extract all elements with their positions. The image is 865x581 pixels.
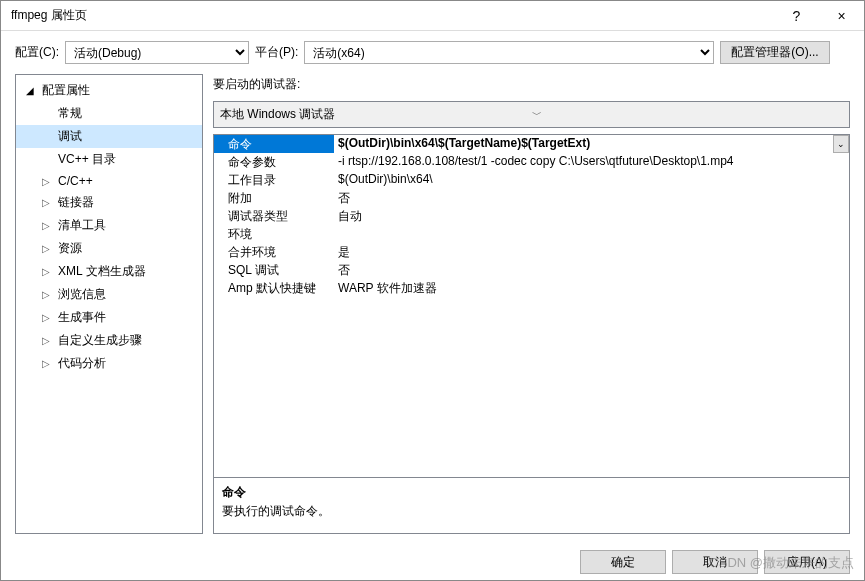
property-row[interactable]: 命令参数-i rtsp://192.168.0.108/test/1 -code…	[214, 153, 849, 171]
tree-item-label: VC++ 目录	[56, 150, 202, 169]
tree-item[interactable]: ▷资源	[16, 237, 202, 260]
caret-right-icon: ▷	[42, 266, 52, 277]
tree-item-label: 资源	[56, 239, 202, 258]
debugger-value: 本地 Windows 调试器	[220, 106, 532, 123]
debugger-label: 要启动的调试器:	[213, 74, 850, 95]
toolbar: 配置(C): 活动(Debug) 平台(P): 活动(x64) 配置管理器(O)…	[1, 31, 864, 74]
property-name: 合并环境	[214, 243, 334, 261]
property-grid: 命令$(OutDir)\bin\x64\$(TargetName)$(Targe…	[213, 134, 850, 534]
tree-item-label: 代码分析	[56, 354, 202, 373]
tree-item[interactable]: ▷浏览信息	[16, 283, 202, 306]
tree-item[interactable]: VC++ 目录	[16, 148, 202, 171]
property-row[interactable]: 合并环境是	[214, 243, 849, 261]
cancel-button[interactable]: 取消	[672, 550, 758, 574]
property-name: Amp 默认快捷键	[214, 279, 334, 297]
property-value[interactable]: $(OutDir)\bin\x64\	[334, 171, 849, 189]
property-value[interactable]: WARP 软件加速器	[334, 279, 849, 297]
tree-item-label: 生成事件	[56, 308, 202, 327]
tree-item[interactable]: ▷生成事件	[16, 306, 202, 329]
property-row[interactable]: SQL 调试否	[214, 261, 849, 279]
apply-button[interactable]: 应用(A)	[764, 550, 850, 574]
property-row[interactable]: 环境	[214, 225, 849, 243]
dropdown-icon[interactable]: ⌄	[833, 135, 849, 153]
property-value[interactable]: $(OutDir)\bin\x64\$(TargetName)$(TargetE…	[334, 135, 833, 153]
ok-button[interactable]: 确定	[580, 550, 666, 574]
titlebar: ffmpeg 属性页 ? ×	[1, 1, 864, 31]
platform-label: 平台(P):	[255, 44, 298, 61]
property-rows[interactable]: 命令$(OutDir)\bin\x64\$(TargetName)$(Targe…	[214, 135, 849, 477]
property-row[interactable]: 工作目录$(OutDir)\bin\x64\	[214, 171, 849, 189]
caret-down-icon: ◢	[26, 85, 36, 96]
property-value[interactable]	[334, 225, 849, 243]
property-value[interactable]: 自动	[334, 207, 849, 225]
property-name: 调试器类型	[214, 207, 334, 225]
property-value[interactable]: 否	[334, 261, 849, 279]
tree-item-label: 常规	[56, 104, 202, 123]
caret-right-icon: ▷	[42, 176, 52, 187]
tree-item-label: XML 文档生成器	[56, 262, 202, 281]
footer: 确定 取消 应用(A) CSDN @撒动未来的支点	[1, 542, 864, 581]
property-name: 命令参数	[214, 153, 334, 171]
config-label: 配置(C):	[15, 44, 59, 61]
property-value[interactable]: -i rtsp://192.168.0.108/test/1 -codec co…	[334, 153, 849, 171]
property-name: 工作目录	[214, 171, 334, 189]
property-row[interactable]: 命令$(OutDir)\bin\x64\$(TargetName)$(Targe…	[214, 135, 849, 153]
property-name: 命令	[214, 135, 334, 153]
property-value[interactable]: 是	[334, 243, 849, 261]
property-name: 环境	[214, 225, 334, 243]
caret-right-icon: ▷	[42, 358, 52, 369]
caret-right-icon: ▷	[42, 335, 52, 346]
tree-item[interactable]: 调试	[16, 125, 202, 148]
property-name: 附加	[214, 189, 334, 207]
tree-item[interactable]: ▷XML 文档生成器	[16, 260, 202, 283]
caret-right-icon: ▷	[42, 312, 52, 323]
tree-item-label: C/C++	[56, 173, 202, 189]
tree-item[interactable]: ▷链接器	[16, 191, 202, 214]
property-row[interactable]: 附加否	[214, 189, 849, 207]
platform-select[interactable]: 活动(x64)	[304, 41, 714, 64]
tree-item-label: 清单工具	[56, 216, 202, 235]
tree-item[interactable]: 常规	[16, 102, 202, 125]
description-title: 命令	[222, 484, 841, 501]
tree-item-label: 链接器	[56, 193, 202, 212]
debugger-select[interactable]: 本地 Windows 调试器 ﹀	[213, 101, 850, 128]
close-button[interactable]: ×	[819, 1, 864, 30]
tree-item[interactable]: ▷代码分析	[16, 352, 202, 375]
tree-item[interactable]: ▷C/C++	[16, 171, 202, 191]
caret-right-icon: ▷	[42, 197, 52, 208]
chevron-down-icon: ﹀	[532, 108, 844, 122]
description-text: 要执行的调试命令。	[222, 503, 841, 520]
tree-root[interactable]: ◢ 配置属性	[16, 79, 202, 102]
tree-item-label: 调试	[56, 127, 202, 146]
nav-tree[interactable]: ◢ 配置属性 常规调试VC++ 目录▷C/C++▷链接器▷清单工具▷资源▷XML…	[15, 74, 203, 534]
tree-item[interactable]: ▷自定义生成步骤	[16, 329, 202, 352]
help-button[interactable]: ?	[774, 1, 819, 30]
tree-item[interactable]: ▷清单工具	[16, 214, 202, 237]
property-row[interactable]: 调试器类型自动	[214, 207, 849, 225]
tree-item-label: 浏览信息	[56, 285, 202, 304]
config-manager-button[interactable]: 配置管理器(O)...	[720, 41, 829, 64]
tree-item-label: 自定义生成步骤	[56, 331, 202, 350]
property-row[interactable]: Amp 默认快捷键WARP 软件加速器	[214, 279, 849, 297]
config-select[interactable]: 活动(Debug)	[65, 41, 249, 64]
caret-right-icon: ▷	[42, 243, 52, 254]
property-value[interactable]: 否	[334, 189, 849, 207]
description-panel: 命令 要执行的调试命令。	[214, 477, 849, 533]
caret-right-icon: ▷	[42, 289, 52, 300]
window-title: ffmpeg 属性页	[11, 7, 774, 24]
caret-right-icon: ▷	[42, 220, 52, 231]
property-name: SQL 调试	[214, 261, 334, 279]
